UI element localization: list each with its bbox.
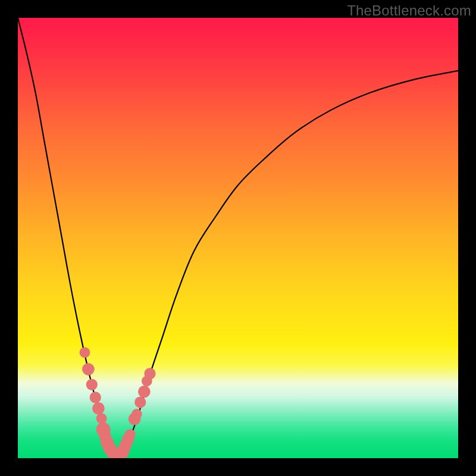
curve-marker xyxy=(144,368,155,379)
curve-marker xyxy=(134,396,146,408)
watermark-text: TheBottleneck.com xyxy=(347,2,471,19)
curve-marker xyxy=(125,429,136,440)
curve-marker xyxy=(86,379,98,390)
bottleneck-curve xyxy=(18,18,458,458)
curve-marker xyxy=(90,392,101,403)
chart-frame: TheBottleneck.com xyxy=(0,0,476,476)
curve-marker xyxy=(82,363,95,375)
curve-svg xyxy=(18,18,458,458)
curve-marker xyxy=(80,347,90,358)
curve-marker xyxy=(92,402,105,415)
curve-marker xyxy=(131,409,142,419)
curve-marker xyxy=(96,414,107,424)
curve-marker xyxy=(138,386,151,398)
curve-markers xyxy=(80,347,156,458)
plot-area xyxy=(18,18,458,458)
